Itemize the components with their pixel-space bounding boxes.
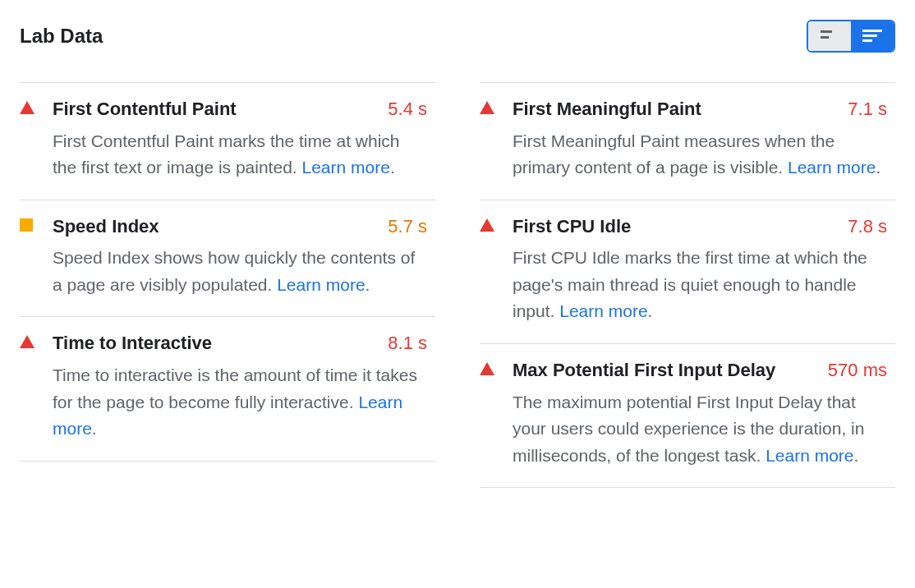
metric-description: Speed Index shows how quickly the conten…: [53, 245, 427, 298]
triangle-up-icon: [20, 335, 34, 348]
metrics-column-right: First Meaningful Paint 7.1 s First Meani…: [480, 82, 895, 488]
square-icon: [20, 218, 33, 232]
svg-rect-0: [821, 30, 832, 33]
learn-more-link[interactable]: Learn more: [788, 158, 876, 177]
metric-title: Speed Index: [53, 215, 159, 239]
metric-title: First Meaningful Paint: [513, 98, 701, 122]
learn-more-link[interactable]: Learn more: [766, 446, 853, 465]
metric-time-to-interactive: Time to Interactive 8.1 s Time to intera…: [20, 316, 435, 461]
metric-title: First Contentful Paint: [53, 98, 237, 122]
section-title: Lab Data: [20, 25, 103, 48]
metric-value: 7.8 s: [848, 216, 887, 237]
learn-more-link[interactable]: Learn more: [277, 275, 365, 294]
learn-more-link[interactable]: Learn more: [559, 301, 647, 320]
status-icon-orange: [20, 215, 53, 232]
menu-expanded-icon: [862, 30, 882, 43]
menu-short-icon: [821, 30, 839, 42]
metric-value: 5.7 s: [388, 216, 427, 237]
triangle-up-icon: [480, 218, 494, 232]
metric-title: Time to Interactive: [53, 332, 212, 356]
metric-description: The maximum potential First Input Delay …: [513, 389, 887, 470]
svg-rect-2: [862, 30, 882, 32]
view-toggle-expanded[interactable]: [851, 21, 894, 51]
view-toggle-compact[interactable]: [808, 21, 851, 51]
triangle-up-icon: [480, 362, 494, 375]
learn-more-link[interactable]: Learn more: [301, 158, 389, 177]
metric-value: 8.1 s: [388, 333, 427, 354]
metric-description: First Meaningful Paint measures when the…: [513, 128, 887, 181]
metric-title: Max Potential First Input Delay: [513, 359, 775, 383]
metric-description: Time to interactive is the amount of tim…: [53, 362, 427, 443]
metrics-column-left: First Contentful Paint 5.4 s First Conte…: [20, 82, 435, 488]
metric-first-contentful-paint: First Contentful Paint 5.4 s First Conte…: [20, 82, 435, 200]
triangle-up-icon: [20, 101, 34, 114]
metric-speed-index: Speed Index 5.7 s Speed Index shows how …: [20, 200, 435, 317]
triangle-up-icon: [480, 101, 494, 114]
svg-rect-1: [821, 36, 829, 39]
status-icon-red: [480, 359, 513, 375]
metric-max-potential-fid: Max Potential First Input Delay 570 ms T…: [480, 343, 895, 488]
metrics-grid: First Contentful Paint 5.4 s First Conte…: [20, 82, 895, 488]
status-icon-red: [20, 98, 53, 114]
metric-description: First CPU Idle marks the first time at w…: [513, 245, 887, 325]
svg-rect-3: [862, 34, 877, 37]
metric-value: 5.4 s: [388, 99, 427, 120]
status-icon-red: [480, 98, 513, 114]
status-icon-red: [20, 332, 53, 348]
metric-value: 570 ms: [828, 360, 887, 381]
metric-first-cpu-idle: First CPU Idle 7.8 s First CPU Idle mark…: [480, 200, 895, 343]
metric-description: First Contentful Paint marks the time at…: [53, 128, 427, 181]
status-icon-red: [480, 215, 513, 232]
svg-rect-4: [862, 39, 872, 42]
metric-value: 7.1 s: [848, 99, 887, 120]
metric-first-meaningful-paint: First Meaningful Paint 7.1 s First Meani…: [480, 82, 895, 200]
view-toggle-group: [807, 20, 895, 53]
metric-title: First CPU Idle: [513, 215, 631, 239]
